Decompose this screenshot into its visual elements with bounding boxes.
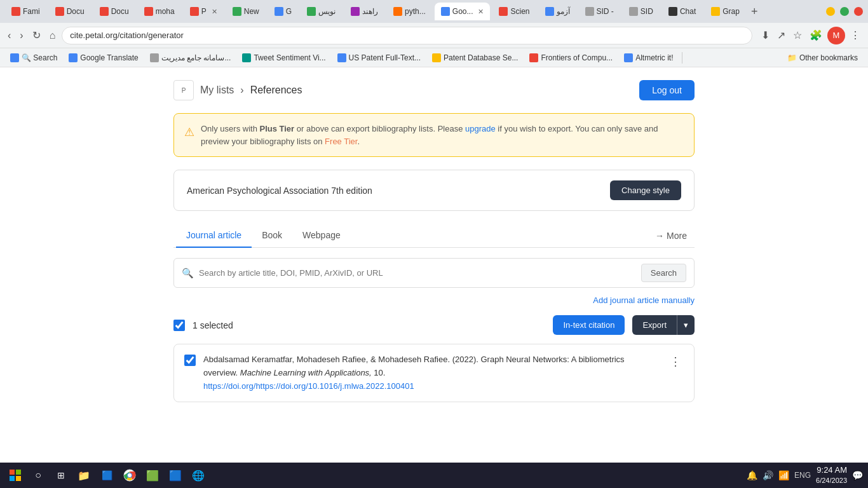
tab-close-icon[interactable]: ✕: [478, 8, 484, 16]
notification-icon[interactable]: 🔔: [747, 470, 757, 480]
tab-book[interactable]: Book: [252, 224, 292, 248]
tab-favicon: [351, 7, 360, 16]
bookmark-tweet[interactable]: Tweet Sentiment Vi...: [237, 51, 330, 64]
bookmark-frontiers[interactable]: Frontiers of Compu...: [524, 51, 618, 64]
search-button[interactable]: Search: [641, 264, 686, 282]
reference-doi[interactable]: https://doi.org/https://doi.org/10.1016/…: [203, 381, 414, 391]
tab[interactable]: آزمو: [539, 3, 576, 20]
tab[interactable]: Chat: [662, 3, 702, 20]
bookmark-patent-db[interactable]: Patent Database Se...: [427, 51, 523, 64]
tab[interactable]: راهند: [344, 3, 384, 20]
address-bar[interactable]: cite.petal.org/citation/generator: [62, 27, 752, 44]
tab-favicon: [275, 7, 283, 16]
other-bookmarks[interactable]: 📁 Other bookmarks: [782, 51, 863, 64]
upgrade-link[interactable]: upgrade: [465, 124, 496, 133]
tab[interactable]: SID: [623, 3, 660, 20]
profile-button[interactable]: M: [827, 27, 845, 44]
language-indicator[interactable]: ENG: [794, 471, 811, 480]
forward-button[interactable]: ›: [17, 27, 25, 44]
taskbar-excel[interactable]: 🟩: [142, 465, 163, 485]
minimize-button[interactable]: [826, 7, 835, 16]
taskbar-clock: 9:24 AM: [816, 464, 847, 476]
close-button[interactable]: [854, 7, 863, 16]
bookmark-favicon: [10, 53, 19, 62]
search-icon: 🔍: [182, 268, 194, 279]
breadcrumb-references: References: [250, 85, 302, 96]
tab[interactable]: G: [268, 3, 298, 20]
taskbar-explorer[interactable]: 📁: [74, 465, 94, 485]
browser-titlebar: Fami Docu Docu moha P ✕ New G نویس راهند…: [0, 0, 868, 23]
back-button[interactable]: ‹: [5, 27, 13, 44]
extension-button[interactable]: 🧩: [807, 27, 825, 44]
selection-row: 1 selected In-text citation Export ▾: [173, 315, 695, 335]
taskbar-time[interactable]: 9:24 AM 6/24/2023: [816, 464, 847, 486]
start-button[interactable]: [5, 465, 25, 485]
bookmark-favicon: [624, 53, 633, 62]
download-button[interactable]: ⬇: [759, 27, 772, 44]
windows-logo-icon: [9, 469, 22, 482]
in-text-citation-button[interactable]: In-text citation: [553, 315, 625, 335]
reload-button[interactable]: ↻: [30, 27, 43, 44]
tab[interactable]: moha: [138, 3, 181, 20]
m365-icon: 🟦: [102, 470, 112, 480]
bookmark-search[interactable]: 🔍 Search: [5, 51, 62, 64]
tab-favicon: [629, 7, 638, 16]
tab-journal-article[interactable]: Journal article: [176, 224, 252, 248]
tabs-more[interactable]: → More: [650, 224, 692, 247]
maximize-button[interactable]: [840, 7, 849, 16]
taskbar: ○ ⊞ 📁 🟦 🟩 🟦 🌐 🔔 🔊 📶 ENG 9:24 AM 6/: [0, 463, 868, 488]
menu-button[interactable]: ⋮: [848, 27, 863, 44]
tab[interactable]: Docu: [93, 3, 135, 20]
tab-favicon: [585, 7, 594, 16]
bookmarks-bar: 🔍 Search Google Translate سامانه جامع مد…: [0, 48, 868, 67]
export-dropdown-button[interactable]: ▾: [677, 315, 695, 335]
tab-favicon: [190, 7, 199, 16]
bookmark-altmetric[interactable]: Altmetric it!: [619, 51, 678, 64]
tab-label: Goo...: [452, 7, 473, 16]
tab-label: Fami: [23, 7, 40, 16]
tab[interactable]: Scien: [492, 3, 536, 20]
select-all-checkbox[interactable]: [173, 320, 185, 331]
tab-favicon: [545, 7, 554, 16]
tab[interactable]: Fami: [5, 3, 46, 20]
tab[interactable]: P ✕: [184, 3, 224, 20]
tab[interactable]: Grap: [705, 3, 746, 20]
add-manually-link[interactable]: Add journal article manually: [173, 295, 695, 305]
tab-favicon: [499, 7, 508, 16]
star-button[interactable]: ☆: [790, 27, 804, 44]
share-button[interactable]: ↗: [775, 27, 788, 44]
warning-icon: ⚠: [184, 124, 194, 141]
search-input[interactable]: [199, 268, 641, 278]
home-button[interactable]: ⌂: [47, 27, 58, 44]
tab[interactable]: SID -: [579, 3, 620, 20]
bookmark-patent[interactable]: US Patent Full-Text...: [332, 51, 426, 64]
tab-label: Docu: [111, 7, 129, 16]
bookmark-google-translate[interactable]: Google Translate: [64, 51, 143, 64]
warning-banner: ⚠ Only users with Plus Tier or above can…: [173, 113, 695, 157]
tab-close-icon[interactable]: ✕: [212, 8, 217, 16]
breadcrumb-my-lists[interactable]: My lists: [200, 85, 234, 96]
bookmark-samane[interactable]: سامانه جامع مدیریت...: [145, 51, 236, 64]
taskbar-search[interactable]: ○: [28, 465, 48, 485]
reference-checkbox[interactable]: [184, 355, 196, 366]
reference-menu-button[interactable]: ⋮: [667, 353, 684, 370]
tab[interactable]: pyth...: [387, 3, 432, 20]
notification-center-icon[interactable]: 💬: [852, 470, 863, 480]
taskbar-chrome[interactable]: [119, 465, 140, 485]
network-icon[interactable]: 📶: [778, 470, 789, 480]
tab-active[interactable]: Goo... ✕: [435, 3, 491, 20]
change-style-button[interactable]: Change style: [610, 180, 681, 200]
taskbar-microsoft-365[interactable]: 🟦: [97, 465, 117, 485]
tab-webpage[interactable]: Webpage: [292, 224, 351, 248]
tab[interactable]: Docu: [49, 3, 91, 20]
taskbar-edge[interactable]: 🌐: [188, 465, 208, 485]
export-button[interactable]: Export: [632, 315, 677, 335]
tab-new[interactable]: New: [226, 3, 266, 20]
tab[interactable]: نویس: [301, 3, 342, 20]
tab-favicon: [393, 7, 402, 16]
logout-button[interactable]: Log out: [639, 80, 695, 100]
taskbar-word[interactable]: 🟦: [165, 465, 186, 485]
volume-icon[interactable]: 🔊: [763, 470, 773, 480]
new-tab-button[interactable]: +: [751, 5, 758, 18]
taskbar-task-view[interactable]: ⊞: [51, 465, 71, 485]
